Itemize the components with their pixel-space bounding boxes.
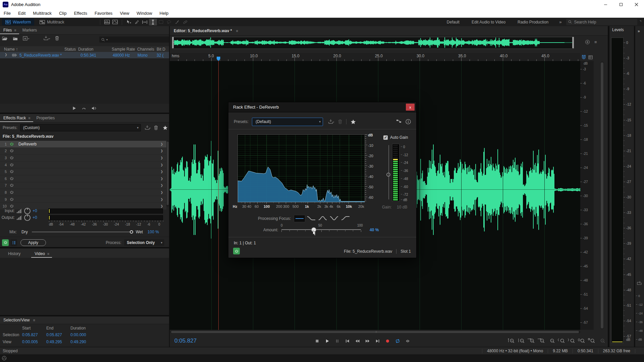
skip-to-start-button[interactable] — [342, 337, 352, 345]
reset-zoom-button[interactable] — [587, 337, 595, 345]
value-end[interactable]: 0:05.827 — [46, 333, 62, 337]
lasso-selection-tool-icon[interactable] — [165, 19, 173, 25]
rack-power-button[interactable] — [2, 239, 9, 246]
workspace-edit-audio-to-video[interactable]: Edit Audio to Video — [466, 20, 512, 24]
menu-favorites[interactable]: Favorites — [91, 11, 116, 16]
dialog-delete-preset-icon[interactable] — [338, 119, 342, 124]
auto-gain-slider-track[interactable] — [388, 145, 389, 199]
rack-favorite-star-icon[interactable] — [163, 125, 168, 130]
playhead-line[interactable] — [218, 61, 219, 330]
preview-play-icon[interactable] — [72, 106, 76, 110]
menu-window[interactable]: Window — [133, 11, 156, 16]
power-icon[interactable] — [9, 190, 14, 194]
show-waveform-icon[interactable] — [103, 19, 111, 25]
power-icon[interactable] — [9, 170, 14, 174]
close-button[interactable] — [629, 0, 644, 9]
slot-expand-icon[interactable]: ❯ — [160, 156, 163, 160]
tab-video[interactable]: Video≡ — [31, 250, 52, 258]
menu-clip[interactable]: Clip — [55, 11, 70, 16]
panel-expand-icon[interactable]: » — [638, 29, 640, 34]
menu-view[interactable]: View — [116, 11, 133, 16]
zoom-in-at-in-point-button[interactable] — [557, 337, 565, 345]
overview-zoom-icon[interactable] — [585, 40, 590, 45]
overview-left-handle[interactable] — [172, 37, 174, 48]
column-header-sample-rate[interactable]: Sample Rate — [112, 47, 135, 52]
zoom-in-at-out-point-button[interactable] — [567, 337, 575, 345]
menu-edit[interactable]: Edit — [14, 11, 29, 16]
panel-menu-icon[interactable]: ≡ — [236, 29, 238, 33]
slot-expand-icon[interactable]: ❯ — [160, 163, 163, 167]
column-header-bit-d[interactable]: Bit D — [157, 47, 165, 52]
tab-properties[interactable]: Properties — [33, 114, 58, 122]
effect-slot-2[interactable]: 2❯ — [0, 148, 166, 155]
maximize-button[interactable] — [613, 0, 629, 9]
focus-full-band-button[interactable] — [294, 215, 305, 222]
tab-history[interactable]: History — [5, 250, 23, 258]
effect-slot-9[interactable]: 9❯ — [0, 196, 166, 203]
slot-expand-icon[interactable]: ❯ — [160, 142, 163, 146]
routing-icon[interactable] — [396, 119, 401, 124]
power-icon[interactable] — [9, 197, 14, 201]
dereverb-dialog[interactable]: Rack Effect - DeReverb x Presets: (Defau… — [228, 102, 417, 258]
file-row[interactable]: ❯ 5_ReduceReverb.wav * 0:50.341 48000 Hz… — [0, 52, 169, 58]
timeline-ruler[interactable]: hms 5.010.015.020.025.030.035.040.045.0 — [170, 53, 580, 61]
show-spectrum-icon[interactable] — [111, 19, 119, 25]
panel-menu-icon[interactable]: ≡ — [47, 252, 49, 256]
pause-button[interactable] — [332, 337, 342, 345]
input-gain-knob[interactable] — [24, 208, 31, 214]
spectrum-plot[interactable] — [237, 134, 365, 202]
vertical-scrollbar[interactable] — [600, 62, 604, 329]
column-header-name[interactable]: Name ↑ — [4, 47, 18, 52]
toolbar-expand-icon[interactable]: ⌝ — [639, 20, 641, 24]
power-icon[interactable] — [9, 183, 14, 188]
slots-scrollbar[interactable] — [166, 141, 169, 206]
value-duration[interactable]: 0:49.290 — [70, 340, 86, 344]
files-search-input[interactable]: ▾ — [99, 37, 169, 43]
menu-multitrack[interactable]: Multitrack — [29, 11, 55, 16]
process-dropdown[interactable]: Selection Only ▾ — [124, 239, 164, 246]
tab-markers[interactable]: Markers — [19, 26, 40, 34]
razor-tool-icon[interactable] — [133, 19, 141, 25]
effect-slot-8[interactable]: 8❯ — [0, 189, 166, 196]
paintbrush-tool-icon[interactable] — [173, 19, 181, 25]
stop-button[interactable] — [312, 337, 322, 345]
dialog-title-bar[interactable]: Rack Effect - DeReverb — [228, 102, 416, 112]
multitrack-view-button[interactable]: Multitrack — [36, 18, 67, 25]
spot-healing-tool-icon[interactable] — [181, 19, 189, 25]
skip-to-end-button[interactable] — [372, 337, 382, 345]
export-small-icon[interactable] — [637, 281, 642, 285]
delete-file-icon[interactable] — [55, 36, 59, 41]
slip-tool-icon[interactable] — [141, 19, 149, 25]
levels-meter[interactable] — [611, 38, 624, 343]
loop-playback-button[interactable] — [392, 337, 402, 345]
rewind-button[interactable] — [352, 337, 362, 345]
mix-slider[interactable] — [32, 230, 132, 234]
overview-menu-icon[interactable]: ≡ — [594, 40, 597, 45]
power-icon[interactable] — [9, 156, 14, 160]
tab-files[interactable]: Files≡ — [0, 26, 19, 34]
power-icon[interactable] — [9, 142, 14, 146]
effect-slot-7[interactable]: 7❯ — [0, 182, 166, 189]
output-gain-knob[interactable] — [24, 215, 31, 221]
dialog-close-button[interactable]: x — [406, 104, 415, 111]
mix-slider-handle[interactable] — [130, 230, 133, 234]
auto-gain-checkbox[interactable]: ✓ — [383, 135, 388, 140]
waveform-view-button[interactable]: Waveform — [2, 18, 34, 25]
slot-expand-icon[interactable]: ❯ — [160, 149, 163, 153]
focus-low-shelf-button[interactable] — [306, 215, 317, 222]
slot-expand-icon[interactable]: ❯ — [160, 177, 163, 180]
play-button[interactable] — [322, 337, 332, 345]
loop-preview-icon[interactable] — [82, 106, 86, 110]
workspace-radio-production[interactable]: Radio Production — [512, 20, 554, 24]
value-end[interactable]: 0:49.295 — [46, 340, 62, 344]
overview-right-handle[interactable] — [572, 37, 574, 48]
help-search-box[interactable]: Search Help — [566, 19, 637, 25]
slot-expand-icon[interactable]: ❯ — [160, 198, 163, 201]
slot-expand-icon[interactable]: ❯ — [160, 204, 163, 208]
column-header-channels[interactable]: Channels — [137, 47, 154, 52]
new-item-icon[interactable] — [23, 36, 30, 41]
panel-menu-icon[interactable]: ≡ — [28, 116, 30, 120]
auto-play-speaker-icon[interactable] — [92, 106, 97, 110]
column-header-status[interactable]: Status — [64, 47, 76, 52]
value-start[interactable]: 0:00.005 — [22, 340, 38, 344]
